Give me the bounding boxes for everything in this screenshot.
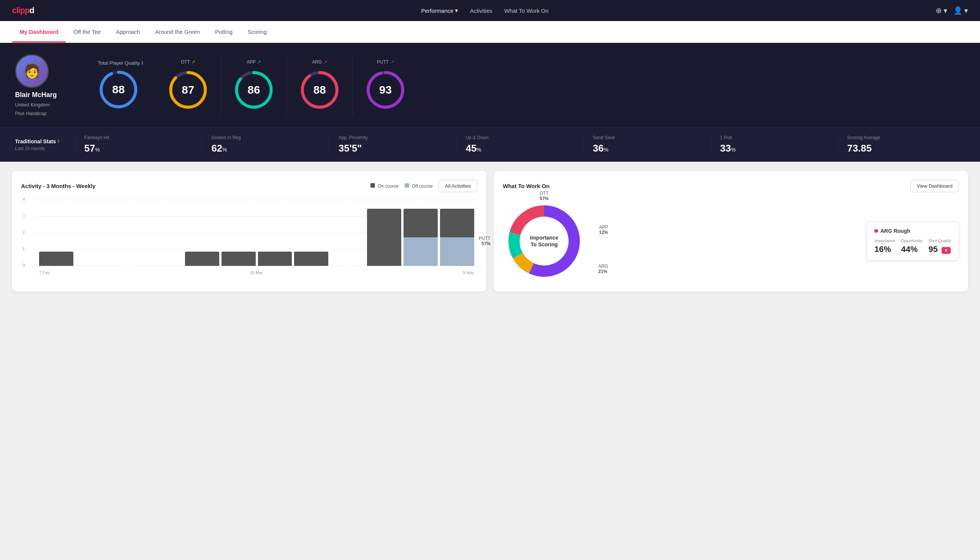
stat-app-proximity: App. Proximity 35'5" [329, 135, 456, 154]
app-trend-icon: ↗ [257, 59, 261, 65]
nav-activities[interactable]: Activities [470, 8, 492, 14]
bar-group-7 [294, 252, 328, 266]
stat-scoring-avg: Scoring Average 73.85 [838, 135, 965, 154]
lower-section: Activity - 3 Months - Weekly On course O… [0, 162, 980, 300]
user-icon: 👤 [953, 6, 963, 15]
arg-value: 88 [313, 83, 326, 96]
app-label: APP ↗ [247, 59, 261, 65]
nav-activities-label: Activities [470, 8, 492, 14]
stat-up-down: Up & Down 45% [456, 135, 584, 154]
plus-icon: ⊕ [936, 6, 942, 15]
activity-card-header: Activity - 3 Months - Weekly On course O… [21, 180, 477, 192]
ott-circle: 87 [167, 69, 209, 110]
arg-donut-label: ARG21% [598, 263, 608, 274]
oncourse-bar [39, 252, 73, 266]
bar-group-11 [440, 209, 474, 266]
info-card-title: ARG Rough [874, 228, 951, 234]
view-dashboard-button[interactable]: View Dashboard [910, 180, 959, 192]
red-dot-icon [874, 229, 878, 233]
tpq-circle: 88 [98, 69, 139, 110]
ott-label: OTT ↗ [181, 59, 195, 65]
chart-legend: On course Off course [370, 183, 433, 189]
app-donut-label: APP12% [599, 225, 608, 235]
tab-around-the-green[interactable]: Around the Green [147, 21, 207, 42]
bar-group-6 [258, 252, 292, 266]
activity-card-title: Activity - 3 Months - Weekly [21, 183, 95, 189]
activity-chart: 4 3 2 1 0 7 Feb 28 Mar 9 May [21, 200, 477, 275]
logo[interactable]: clippd [12, 6, 34, 15]
help-icon[interactable]: ℹ [141, 60, 143, 66]
bars-container [39, 200, 474, 266]
all-activities-button[interactable]: All Activities [438, 180, 477, 192]
info-stats: Importance 16% Opportunity 44% Shot Qual… [874, 238, 951, 254]
arg-trend-icon: ↗ [323, 59, 327, 65]
arg-label: ARG ↗ [312, 59, 327, 65]
traditional-stats-label: Traditional Stats ℹ Last 20 rounds [15, 138, 75, 151]
player-name: Blair McHarg [15, 91, 57, 99]
stat-greens-in-reg: Greens In Reg 62% [202, 135, 329, 154]
nav-performance[interactable]: Performance ▾ [421, 7, 458, 14]
nav-what-to-work-on[interactable]: What To Work On [504, 8, 549, 14]
opportunity-stat: Opportunity 44% [901, 238, 922, 254]
arg-score: ARG ↗ 88 [287, 53, 353, 117]
putt-value: 93 [379, 83, 391, 96]
offcourse-dot [404, 183, 409, 188]
app-value: 86 [248, 83, 260, 96]
offcourse-bar [404, 237, 438, 266]
putt-donut-label: PUTT57% [479, 236, 490, 246]
tab-scoring[interactable]: Scoring [240, 21, 274, 42]
donut-chart: Importance To Scoring [503, 200, 586, 282]
bar-group-4 [185, 252, 219, 266]
oncourse-bar [294, 252, 328, 266]
x-labels: 7 Feb 28 Mar 9 May [39, 270, 474, 275]
oncourse-legend: On course [370, 183, 399, 189]
oncourse-bar [404, 209, 438, 237]
donut-container: OTT57% APP12% ARG21% PUTT57% [503, 200, 959, 282]
oncourse-bar [185, 252, 219, 266]
tab-putting[interactable]: Putting [208, 21, 240, 42]
nav-actions: ⊕ ▾ 👤 ▾ [936, 6, 968, 15]
tpq-score: Total Player Quality ℹ 88 [98, 54, 155, 116]
bar-group-0 [39, 252, 73, 266]
ott-trend-icon: ↗ [191, 59, 195, 65]
bar-group-5 [221, 252, 256, 266]
donut-segment-ott [518, 256, 531, 268]
add-button[interactable]: ⊕ ▾ [936, 6, 947, 15]
tab-approach[interactable]: Approach [108, 21, 147, 42]
nav-links: Performance ▾ Activities What To Work On [421, 7, 549, 14]
donut-center: Importance To Scoring [530, 234, 558, 248]
dashboard-section: 🧑 Blair McHarg United Kingdom Plus Handi… [0, 43, 980, 127]
user-chevron-icon: ▾ [964, 6, 968, 15]
oncourse-bar [440, 209, 474, 237]
nav-what-to-work-on-label: What To Work On [504, 8, 549, 14]
importance-stat: Importance 16% [874, 238, 895, 254]
work-on-title: What To Work On [503, 183, 549, 189]
player-country: United Kingdom [15, 102, 50, 108]
stat-fairways-hit: Fairways Hit 57% [75, 135, 202, 154]
tpq-label: Total Player Quality ℹ [98, 60, 143, 66]
arg-circle: 88 [299, 69, 340, 110]
oncourse-dot [370, 183, 375, 188]
putt-trend-icon: ↗ [390, 59, 394, 65]
tpq-value: 88 [112, 83, 125, 96]
work-on-card-header: What To Work On View Dashboard [503, 180, 959, 192]
ott-value: 87 [181, 83, 194, 96]
add-chevron-icon: ▾ [943, 6, 947, 15]
avatar: 🧑 [15, 54, 49, 88]
scores-section: Total Player Quality ℹ 88 OTT ↗ [98, 53, 965, 117]
tab-off-the-tee[interactable]: Off the Tee [66, 21, 108, 42]
ott-score: OTT ↗ 87 [155, 53, 221, 117]
oncourse-bar [367, 209, 401, 266]
trad-help-icon[interactable]: ℹ [58, 139, 60, 144]
top-navigation: clippd Performance ▾ Activities What To … [0, 0, 980, 21]
shot-quality-stat: Shot Quality 95 ▼ [928, 238, 951, 254]
putt-circle: 93 [365, 69, 406, 110]
user-menu-button[interactable]: 👤 ▾ [953, 6, 968, 15]
putt-label: PUTT ↗ [377, 59, 394, 65]
player-handicap: Plus Handicap [15, 110, 47, 116]
activity-card: Activity - 3 Months - Weekly On course O… [12, 171, 486, 292]
tab-my-dashboard[interactable]: My Dashboard [12, 21, 66, 42]
bar-group-10 [404, 209, 438, 266]
app-score: APP ↗ 86 [221, 53, 287, 117]
stats-bar: Traditional Stats ℹ Last 20 rounds Fairw… [0, 127, 980, 162]
